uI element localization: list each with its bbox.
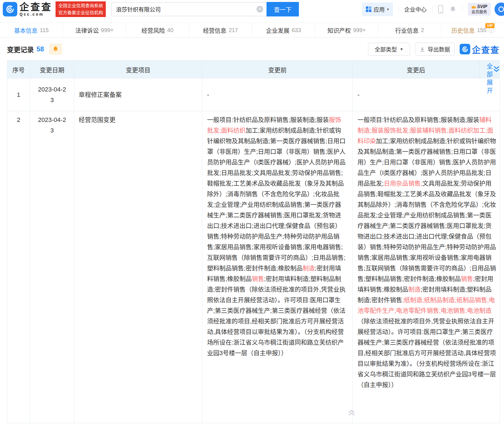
qcc-watermark-text: 企查查 (472, 43, 500, 56)
collapse-double-chevron-up-icon[interactable] (348, 409, 355, 417)
qcc-logo-icon (3, 2, 17, 16)
qcc-watermark-icon (460, 44, 470, 54)
tab-label: 知识产权 (327, 26, 351, 34)
change-records-area: 序号变更日期变更项目变更前变更后 12023-04-23章程修正案备案--220… (7, 60, 500, 423)
column-header-no: 序号 (7, 61, 30, 78)
tab-business-info[interactable]: 经营信息217 (189, 23, 252, 37)
apps-label: 应用 (374, 5, 385, 13)
change-records-table: 序号变更日期变更项目变更前变更后 12023-04-23章程修正案备案--220… (7, 60, 500, 423)
cell-变更项目: 章程修正案备案 (74, 78, 202, 111)
tab-count: 2 (421, 27, 424, 33)
slogan-badge: 全国企业信用查询系统 官方备案企业征信机构 (56, 1, 106, 17)
customer-service-icon[interactable] (495, 3, 504, 16)
tab-intellectual-property[interactable]: 知识产权999+ (315, 23, 378, 37)
highlighted-text: 销售 (252, 275, 264, 282)
tab-company-development[interactable]: 企业发展633 (252, 23, 315, 37)
tab-basic-info[interactable]: 基本信息115 (0, 23, 63, 37)
crown-icon (471, 5, 476, 9)
apps-grid-icon (366, 6, 371, 12)
info-icon: i (489, 28, 494, 33)
tab-history-info[interactable]: 历史信息155VIPi (441, 23, 504, 37)
text-segment: 加工;家用纺织制成品制造;针织或钩针编织物及其制品制造;第一类医疗器械销售;日用… (207, 127, 345, 272)
cell-变更后: 一般项目:针纺织品及原料销售;服装制造;服装辅料制造;服装服饰批发;服装辅料销售… (353, 111, 500, 423)
cell-序号: 2 (7, 111, 30, 423)
section-title: 变更记录 (7, 44, 34, 54)
text-segment: 一般项目:针纺织品及原料销售;服装制造;服装 (357, 116, 479, 123)
tab-count: 999+ (101, 27, 114, 33)
qcc-logo[interactable]: 企查查 Qcc.com (3, 2, 52, 16)
svip-label: SVIP (477, 4, 487, 9)
tab-count: 155 (477, 27, 486, 33)
section-actions: 全部类型 ▼ 导出数据 企查查 (368, 43, 500, 56)
subscribe-bell-button[interactable] (49, 44, 62, 55)
slogan-line2: 官方备案企业征信机构 (58, 9, 103, 16)
brand-domain: Qcc.com (20, 12, 52, 16)
type-filter-dropdown[interactable]: 全部类型 ▼ (368, 43, 410, 56)
change-record-row: 12023-04-23章程修正案备案-- (7, 78, 500, 111)
chevron-down-icon: ▼ (400, 47, 404, 51)
enterprise-center-link[interactable]: 企业中心 (404, 5, 427, 13)
expand-all-label: 全部展开 (484, 63, 493, 113)
header-right-nav: 应用 ▾ 企业中心 SVIP 会员服务 (362, 3, 504, 16)
chevron-down-icon: ▾ (387, 7, 389, 11)
svip-sub-label: 会员服务 (471, 9, 487, 14)
search-box: × (111, 2, 267, 16)
tab-label: 行业信息 (395, 26, 419, 34)
export-data-button[interactable]: 导出数据 (415, 43, 455, 56)
slogan-line1: 全国企业信用查询系统 (58, 2, 103, 9)
highlighted-text: 制造 (303, 265, 315, 272)
column-header-after: 变更后 (353, 61, 500, 78)
cell-变更日期: 2023-04-23 (30, 78, 74, 111)
text-segment: （除依法须经批准的项目外,凭营业执照依法自主开展经营活动）。许可项目:医用口罩生… (357, 318, 496, 388)
change-table-body: 12023-04-23章程修正案备案--22023-04-23经营范围变更一般项… (7, 78, 500, 423)
qcc-change-records-page: 企查查 Qcc.com 全国企业信用查询系统 官方备案企业征信机构 × 查一下 … (0, 0, 504, 424)
qcc-watermark-logo: 企查查 (460, 43, 500, 56)
section-bar: 变更记录 58 全部类型 ▼ 导出数据 企查查 (0, 42, 504, 56)
tab-label: 历史信息 (451, 26, 475, 34)
cell-变更日期: 2023-04-23 (30, 111, 74, 423)
tab-count: 217 (229, 27, 238, 33)
tab-label: 经营风险 (141, 26, 165, 34)
tab-label: 基本信息 (14, 26, 37, 34)
text-segment: - (207, 91, 209, 98)
tab-count: 633 (292, 27, 301, 33)
table-header-row: 序号变更日期变更项目变更前变更后 (7, 61, 500, 78)
tabs-bar: 基本信息115法律诉讼999+经营风险40经营信息217企业发展633知识产权9… (0, 23, 504, 38)
brand-name: 企查查 (20, 2, 52, 12)
text-segment: 加工;家用纺织制成品制造;针织或钩针编织物及其制品制造;第一类医疗器械销售;日用… (357, 138, 496, 187)
cell-变更项目: 经营范围变更 (74, 111, 202, 423)
column-header-before: 变更前 (202, 61, 353, 78)
tab-legal-cases[interactable]: 法律诉讼999+ (63, 23, 126, 37)
cell-序号: 1 (7, 78, 30, 111)
column-header-item: 变更项目 (74, 61, 202, 78)
tab-industry-info[interactable]: 行业信息2 (378, 23, 441, 37)
top-header: 企查查 Qcc.com 全国企业信用查询系统 官方备案企业征信机构 × 查一下 … (0, 0, 504, 18)
search-button[interactable]: 查一下 (267, 2, 299, 16)
text-segment: 一般项目:针纺织品及原料销售;服装制造;服装 (207, 116, 329, 123)
vip-badge: VIP (485, 23, 495, 28)
clear-search-icon[interactable]: × (256, 6, 263, 13)
cell-变更前: - (202, 78, 353, 111)
search-input[interactable] (112, 3, 267, 16)
expand-all-control[interactable]: 全部展开 (479, 60, 499, 78)
section-count: 58 (37, 45, 44, 53)
svip-member-services[interactable]: SVIP 会员服务 (468, 3, 491, 16)
change-record-row: 22023-04-23经营范围变更一般项目:针纺织品及原料销售;服装制造;服装服… (7, 111, 500, 423)
text-segment: - (357, 91, 359, 98)
tab-count: 40 (167, 27, 173, 33)
tab-count: 999+ (353, 27, 366, 33)
highlighted-text: 制造 (408, 286, 421, 293)
tab-business-risk[interactable]: 经营风险40 (126, 23, 189, 37)
download-icon (420, 47, 425, 52)
tab-label: 法律诉讼 (75, 26, 99, 34)
notification-bell-icon[interactable] (449, 5, 457, 13)
mobile-app-icon[interactable] (438, 5, 443, 13)
apps-menu-button[interactable]: 应用 ▾ (362, 3, 393, 16)
bell-icon (52, 45, 59, 53)
highlighted-text: 销售 (461, 275, 473, 282)
text-segment: 文具用品批发;劳动保护用品销售;鞋帽批发;工艺美术品及收藏品批发（象牙及其制品除… (357, 180, 496, 282)
type-filter-label: 全部类型 (375, 45, 397, 53)
divider (399, 6, 399, 13)
double-chevron-down-icon (493, 66, 500, 74)
tab-count: 115 (40, 27, 49, 33)
